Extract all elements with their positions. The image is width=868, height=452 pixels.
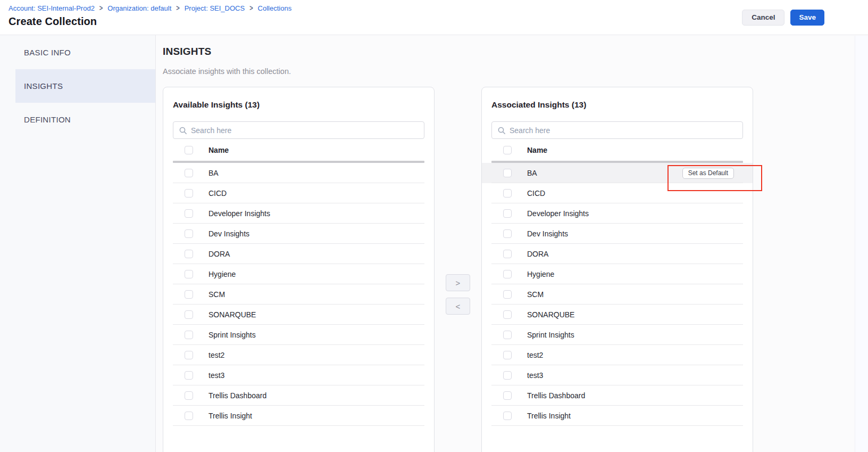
cancel-button[interactable]: Cancel bbox=[742, 10, 784, 26]
associated-insights-title: Associated Insights (13) bbox=[491, 100, 743, 110]
breadcrumb-separator-icon: > bbox=[176, 3, 179, 13]
available-rows: BACICDDeveloper InsightsDev InsightsDORA… bbox=[163, 163, 434, 426]
row-checkbox[interactable] bbox=[185, 169, 193, 177]
sidebar-item-basic-info[interactable]: BASIC INFO bbox=[15, 36, 155, 69]
table-row[interactable]: Trellis Dashboard bbox=[482, 385, 753, 406]
associated-search-input[interactable] bbox=[510, 126, 737, 135]
row-checkbox[interactable] bbox=[185, 270, 193, 278]
available-table-header: Name bbox=[173, 139, 424, 161]
table-row[interactable]: SONARQUBE bbox=[163, 305, 434, 325]
row-checkbox[interactable] bbox=[503, 331, 512, 339]
table-row[interactable]: SCM bbox=[482, 284, 753, 305]
table-row[interactable]: DORA bbox=[163, 244, 434, 264]
row-checkbox[interactable] bbox=[503, 412, 512, 420]
table-row[interactable]: SONARQUBE bbox=[482, 305, 753, 325]
header-actions: Cancel Save bbox=[742, 0, 824, 35]
move-left-button[interactable]: < bbox=[446, 298, 470, 315]
table-row[interactable]: Sprint Insights bbox=[482, 325, 753, 345]
available-select-all-checkbox[interactable] bbox=[185, 146, 193, 154]
table-row[interactable]: Trellis Insight bbox=[163, 406, 434, 426]
page-scrollbar[interactable] bbox=[855, 36, 868, 452]
row-label: SCM bbox=[208, 290, 225, 299]
row-label: Hygiene bbox=[527, 270, 554, 278]
table-row[interactable]: SCM bbox=[163, 284, 434, 305]
row-checkbox[interactable] bbox=[185, 189, 193, 198]
row-label: Sprint Insights bbox=[208, 331, 256, 339]
table-row[interactable]: BASet as Default bbox=[482, 163, 753, 183]
breadcrumb-separator-icon: > bbox=[99, 3, 103, 13]
create-collection-page: Account: SEI-Internal-Prod2>Organization… bbox=[0, 0, 868, 452]
table-row[interactable]: Sprint Insights bbox=[163, 325, 434, 345]
section-heading: INSIGHTS bbox=[163, 46, 868, 57]
row-label: CICD bbox=[527, 189, 545, 198]
breadcrumb-link[interactable]: Organization: default bbox=[107, 4, 171, 12]
name-column-header: Name bbox=[208, 146, 229, 154]
table-row[interactable]: Trellis Dashboard bbox=[163, 385, 434, 406]
row-checkbox[interactable] bbox=[185, 412, 193, 420]
row-checkbox[interactable] bbox=[185, 229, 193, 238]
table-row[interactable]: test2 bbox=[163, 345, 434, 365]
row-checkbox[interactable] bbox=[503, 169, 512, 177]
sidebar-item-insights[interactable]: INSIGHTS bbox=[15, 69, 155, 103]
row-label: Dev Insights bbox=[527, 229, 568, 238]
table-row[interactable]: Trellis Insight bbox=[482, 406, 753, 426]
name-column-header: Name bbox=[527, 146, 547, 154]
row-checkbox[interactable] bbox=[185, 209, 193, 218]
associated-rows: BASet as DefaultCICDDeveloper InsightsDe… bbox=[482, 163, 753, 426]
breadcrumb-link[interactable]: Collections bbox=[258, 4, 292, 12]
row-checkbox[interactable] bbox=[185, 290, 193, 299]
set-as-default-button[interactable]: Set as Default bbox=[682, 168, 734, 179]
breadcrumb-separator-icon: > bbox=[249, 3, 253, 13]
move-right-button[interactable]: > bbox=[446, 274, 470, 291]
row-checkbox[interactable] bbox=[185, 250, 193, 258]
row-label: test3 bbox=[208, 371, 224, 380]
row-checkbox[interactable] bbox=[503, 229, 512, 238]
transfer-controls: > < bbox=[435, 87, 481, 315]
row-label: DORA bbox=[208, 250, 230, 258]
row-checkbox[interactable] bbox=[503, 290, 512, 299]
table-row[interactable]: test3 bbox=[482, 365, 753, 385]
row-checkbox[interactable] bbox=[185, 331, 193, 339]
row-label: SONARQUBE bbox=[527, 310, 574, 319]
row-checkbox[interactable] bbox=[503, 189, 512, 198]
associated-table-header: Name bbox=[491, 139, 743, 161]
row-label: Hygiene bbox=[208, 270, 236, 278]
row-label: CICD bbox=[208, 189, 227, 198]
table-row[interactable]: test3 bbox=[163, 365, 434, 385]
row-checkbox[interactable] bbox=[503, 351, 512, 359]
row-checkbox[interactable] bbox=[503, 209, 512, 218]
row-checkbox[interactable] bbox=[503, 310, 512, 319]
table-row[interactable]: CICD bbox=[482, 183, 753, 203]
search-icon bbox=[179, 126, 187, 135]
sidebar: BASIC INFO INSIGHTS DEFINITION bbox=[0, 35, 156, 452]
row-checkbox[interactable] bbox=[503, 270, 512, 278]
row-label: Trellis Insight bbox=[527, 412, 571, 420]
row-checkbox[interactable] bbox=[185, 391, 193, 400]
row-checkbox[interactable] bbox=[503, 250, 512, 258]
main-content: INSIGHTS Associate insights with this co… bbox=[156, 35, 868, 452]
table-row[interactable]: DORA bbox=[482, 244, 753, 264]
sidebar-item-definition[interactable]: DEFINITION bbox=[15, 103, 155, 136]
breadcrumb-link[interactable]: Project: SEI_DOCS bbox=[185, 4, 245, 12]
row-label: BA bbox=[527, 169, 537, 177]
row-checkbox[interactable] bbox=[503, 391, 512, 400]
table-row[interactable]: Dev Insights bbox=[163, 224, 434, 244]
breadcrumb: Account: SEI-Internal-Prod2>Organization… bbox=[9, 4, 291, 12]
save-button[interactable]: Save bbox=[790, 10, 824, 26]
table-row[interactable]: Dev Insights bbox=[482, 224, 753, 244]
row-checkbox[interactable] bbox=[185, 310, 193, 319]
table-row[interactable]: test2 bbox=[482, 345, 753, 365]
row-checkbox[interactable] bbox=[185, 371, 193, 380]
table-row[interactable]: Developer Insights bbox=[163, 203, 434, 224]
table-row[interactable]: CICD bbox=[163, 183, 434, 203]
row-checkbox[interactable] bbox=[185, 351, 193, 359]
row-checkbox[interactable] bbox=[503, 371, 512, 380]
table-row[interactable]: Hygiene bbox=[163, 264, 434, 284]
row-label: test2 bbox=[208, 351, 224, 359]
available-search-input[interactable] bbox=[191, 126, 419, 135]
table-row[interactable]: BA bbox=[163, 163, 434, 183]
breadcrumb-link[interactable]: Account: SEI-Internal-Prod2 bbox=[9, 4, 95, 12]
table-row[interactable]: Hygiene bbox=[482, 264, 753, 284]
associated-select-all-checkbox[interactable] bbox=[503, 146, 512, 154]
table-row[interactable]: Developer Insights bbox=[482, 203, 753, 224]
